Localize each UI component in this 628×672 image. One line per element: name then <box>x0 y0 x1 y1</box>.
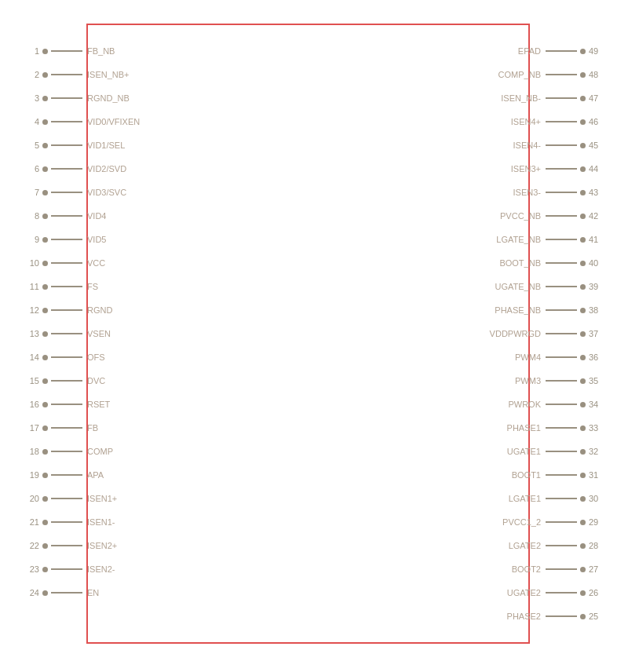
pin-label: VID2/SVD <box>87 164 126 173</box>
pin-number: 14 <box>24 352 39 362</box>
pin-number: 34 <box>589 400 604 409</box>
pin-label: ISEN_NB- <box>501 93 541 103</box>
pin-line <box>51 568 82 570</box>
pin-number: 7 <box>24 188 39 197</box>
pin-left-21: 21 ISEN1- <box>24 510 140 534</box>
pin-dot <box>580 166 586 172</box>
pin-dot <box>42 496 48 502</box>
pin-number: 36 <box>589 352 604 362</box>
pin-dot <box>42 378 48 384</box>
pin-right-40: BOOT_NB 40 <box>490 251 604 275</box>
pin-left-24: 24 EN <box>24 581 140 604</box>
pin-line <box>546 404 577 405</box>
pin-label: COMP_NB <box>498 70 541 79</box>
pin-number: 27 <box>589 564 604 574</box>
pin-label: ISEN2- <box>87 564 115 574</box>
pin-line <box>51 309 82 311</box>
pin-dot <box>42 119 48 125</box>
pin-number: 39 <box>589 282 604 291</box>
pin-line <box>546 333 577 334</box>
pin-number: 5 <box>24 141 39 150</box>
pin-dot <box>42 567 48 572</box>
pin-left-17: 17 FB <box>24 416 140 440</box>
pin-line <box>546 286 577 287</box>
pin-dot <box>580 449 586 455</box>
pin-number: 33 <box>589 423 604 433</box>
pin-line <box>546 592 577 593</box>
pin-right-48: COMP_NB 48 <box>490 63 604 86</box>
pin-number: 20 <box>24 494 39 503</box>
pin-label: ISEN3- <box>513 188 541 197</box>
pin-number: 38 <box>589 305 604 315</box>
pin-number: 41 <box>589 235 604 244</box>
pin-line <box>51 592 82 593</box>
pin-dot <box>42 166 48 172</box>
pin-line <box>546 498 577 499</box>
pin-left-23: 23 ISEN2- <box>24 557 140 581</box>
pin-line <box>546 239 577 240</box>
pin-right-33: PHASE1 33 <box>490 416 604 440</box>
pin-label: ISEN4+ <box>511 117 541 126</box>
pin-line <box>546 97 577 99</box>
pin-line <box>51 144 82 146</box>
pin-line <box>51 121 82 122</box>
pin-label: PVCC_NB <box>500 211 541 221</box>
pin-label: RGND_NB <box>87 93 130 103</box>
pin-line <box>51 215 82 217</box>
pin-line <box>546 168 577 170</box>
pin-dot <box>580 543 586 549</box>
pin-number: 31 <box>589 470 604 480</box>
pin-dot <box>42 543 48 549</box>
pin-dot <box>580 355 586 360</box>
pin-left-20: 20 ISEN1+ <box>24 487 140 510</box>
pin-label: LGATE1 <box>509 494 541 503</box>
pin-label: PHASE2 <box>507 612 541 621</box>
pin-line <box>546 74 577 75</box>
pin-number: 42 <box>589 211 604 221</box>
pin-right-44: ISEN3+ 44 <box>490 157 604 181</box>
pin-line <box>51 97 82 99</box>
pin-dot <box>580 331 586 337</box>
pin-dot <box>580 473 586 478</box>
pin-number: 32 <box>589 447 604 456</box>
pin-left-15: 15 DVC <box>24 369 140 393</box>
pin-number: 28 <box>589 541 604 550</box>
pin-dot <box>42 143 48 148</box>
pin-line <box>51 380 82 382</box>
pin-right-38: PHASE_NB 38 <box>490 298 604 322</box>
pin-dot <box>580 119 586 125</box>
pin-line <box>51 356 82 358</box>
pin-right-45: ISEN4- 45 <box>490 133 604 157</box>
pin-left-19: 19 APA <box>24 463 140 487</box>
pin-dot <box>580 378 586 384</box>
pin-dot <box>42 261 48 266</box>
pin-dot <box>580 261 586 266</box>
pin-dot <box>42 190 48 195</box>
pin-line <box>546 521 577 523</box>
pin-label: EPAD <box>518 46 541 56</box>
pin-line <box>51 50 82 52</box>
pin-label: APA <box>87 470 104 480</box>
pin-line <box>546 427 577 429</box>
pin-number: 17 <box>24 423 39 433</box>
pin-dot <box>580 49 586 54</box>
pin-number: 37 <box>589 329 604 338</box>
pin-line <box>546 545 577 546</box>
pin-dot <box>42 284 48 290</box>
pin-right-35: PWM3 35 <box>490 369 604 393</box>
pin-number: 44 <box>589 164 604 173</box>
pin-left-9: 9 VID5 <box>24 228 140 251</box>
pin-label: VDDPWRGD <box>490 329 541 338</box>
pin-dot <box>580 567 586 572</box>
pin-line <box>51 168 82 170</box>
pin-label: RGND <box>87 305 112 315</box>
pin-dot <box>580 425 586 431</box>
pin-line <box>51 286 82 287</box>
pin-right-36: PWM4 36 <box>490 345 604 369</box>
pin-label: DVC <box>87 376 105 385</box>
ic-component: 1 FB_NB 2 ISEN_NB+ 3 RGND_NB 4 VID0/VFIX… <box>0 0 628 672</box>
pin-right-26: UGATE2 26 <box>490 581 604 604</box>
pin-number: 25 <box>589 612 604 621</box>
pin-number: 11 <box>24 282 39 291</box>
pin-right-42: PVCC_NB 42 <box>490 204 604 228</box>
